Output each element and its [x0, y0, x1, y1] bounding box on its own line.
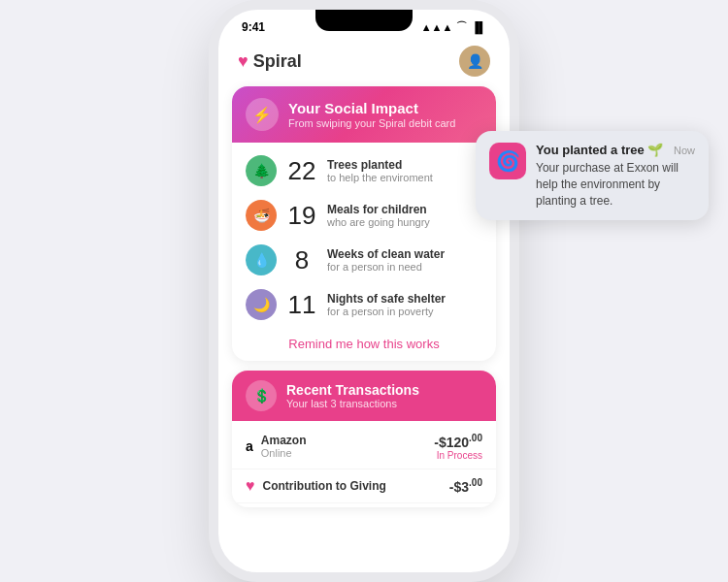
status-time: 9:41: [242, 20, 265, 34]
impact-header: ⚡ Your Social Impact From swiping your S…: [232, 86, 496, 143]
amazon-icon: a: [246, 438, 253, 454]
tx-title: Recent Transactions: [286, 382, 419, 398]
notif-title: You planted a tree 🌱: [536, 143, 663, 157]
meals-count: 19: [286, 201, 317, 231]
shelter-count: 11: [286, 290, 317, 320]
giving-amount: -$3.00: [449, 477, 482, 495]
battery-icon: ▐▌: [471, 21, 486, 33]
logo: ♥ Spiral: [238, 51, 302, 72]
wifi-icon: ⌒: [456, 19, 467, 34]
tx-icon: 💲: [246, 380, 277, 411]
impact-rows: 🌲 22 Trees planted to help the enviromen…: [232, 143, 496, 331]
water-count: 8: [286, 245, 317, 275]
tx-header: 💲 Recent Transactions Your last 3 transa…: [232, 371, 496, 421]
impact-row-meals: 🍜 19 Meals for children who are going hu…: [240, 193, 488, 238]
scene: 9:41 ▲▲▲ ⌒ ▐▌ ♥ Spiral 👤 ⚡: [0, 0, 728, 582]
notif-logo: 🌀: [489, 143, 526, 179]
trees-text: Trees planted to help the enviroment: [327, 158, 433, 183]
amazon-status: In Process: [434, 450, 482, 461]
notif-body: Your purchase at Exxon will help the env…: [536, 160, 695, 209]
phone: 9:41 ▲▲▲ ⌒ ▐▌ ♥ Spiral 👤 ⚡: [218, 10, 510, 572]
trees-icon: 🌲: [246, 155, 277, 186]
amazon-channel: Online: [261, 447, 307, 459]
transactions-card: 💲 Recent Transactions Your last 3 transa…: [232, 371, 496, 507]
remind-link[interactable]: Remind me how this works: [232, 331, 496, 361]
impact-icon: ⚡: [246, 98, 279, 131]
notch: [315, 10, 413, 31]
heart-icon: ♥: [238, 51, 248, 72]
impact-row-trees: 🌲 22 Trees planted to help the enviromen…: [240, 148, 488, 193]
water-text: Weeks of clean water for a person in nee…: [327, 247, 445, 273]
notif-time: Now: [674, 145, 695, 156]
shelter-icon: 🌙: [246, 289, 277, 320]
tx-row-amazon: a Amazon Online -$120.00 In Process: [232, 425, 496, 469]
avatar[interactable]: 👤: [459, 46, 490, 77]
meals-text: Meals for children who are going hungry: [327, 203, 430, 228]
notif-content: You planted a tree 🌱 Now Your purchase a…: [536, 143, 695, 209]
shelter-text: Nights of safe shelter for a person in p…: [327, 292, 446, 317]
signal-icon: ▲▲▲: [421, 21, 453, 33]
notification-popup: 🌀 You planted a tree 🌱 Now Your purchase…: [476, 131, 709, 220]
impact-card: ⚡ Your Social Impact From swiping your S…: [232, 86, 496, 361]
water-icon: 💧: [246, 244, 277, 275]
impact-title: Your Social Impact: [288, 100, 455, 116]
tx-row-giving: ♥ Contribution to Giving -$3.00: [232, 469, 496, 503]
amazon-amount: -$120.00: [434, 433, 482, 450]
giving-icon: ♥: [246, 477, 255, 495]
amazon-merchant: Amazon: [261, 434, 307, 447]
tx-subtitle: Your last 3 transactions: [286, 398, 419, 409]
notif-spiral-icon: 🌀: [496, 149, 520, 173]
impact-row-shelter: 🌙 11 Nights of safe shelter for a person…: [240, 282, 488, 327]
tx-rows: a Amazon Online -$120.00 In Process: [232, 421, 496, 507]
trees-count: 22: [286, 156, 317, 186]
app-header: ♥ Spiral 👤: [218, 38, 510, 81]
giving-merchant: Contribution to Giving: [263, 479, 386, 493]
impact-row-water: 💧 8 Weeks of clean water for a person in…: [240, 238, 488, 282]
impact-subtitle: From swiping your Spiral debit card: [288, 117, 455, 129]
meals-icon: 🍜: [246, 200, 277, 231]
app-name: Spiral: [253, 51, 302, 72]
